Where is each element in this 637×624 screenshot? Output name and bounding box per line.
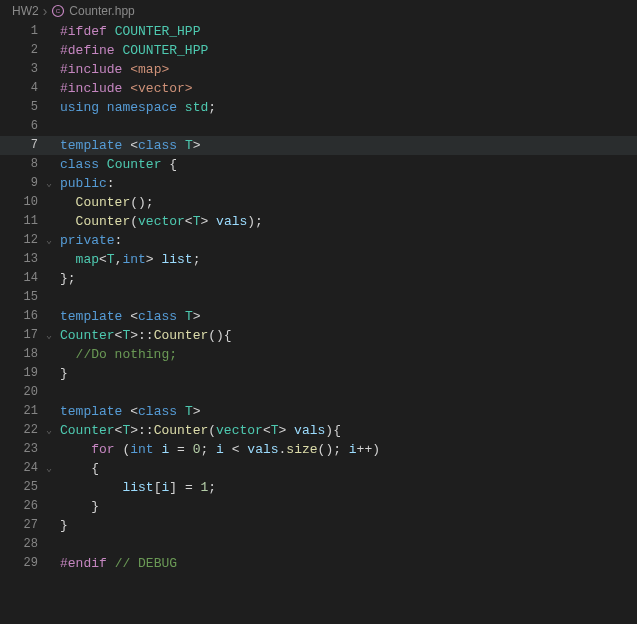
code-content[interactable] — [56, 383, 60, 402]
line-number[interactable]: 14 — [0, 269, 42, 288]
line-number[interactable]: 15 — [0, 288, 42, 307]
code-content[interactable]: Counter(); — [56, 193, 154, 212]
line-number[interactable]: 2 — [0, 41, 42, 60]
fold-icon[interactable]: ⌄ — [42, 174, 56, 193]
code-content[interactable]: } — [56, 364, 68, 383]
line-number[interactable]: 7 — [0, 136, 42, 155]
code-line[interactable]: 24⌄ { — [0, 459, 637, 478]
code-content[interactable]: public: — [56, 174, 115, 193]
code-content[interactable] — [56, 117, 60, 136]
code-line[interactable]: 27} — [0, 516, 637, 535]
line-number[interactable]: 12 — [0, 231, 42, 250]
code-content[interactable]: #ifdef COUNTER_HPP — [56, 22, 200, 41]
fold-icon — [42, 117, 56, 136]
line-number[interactable]: 23 — [0, 440, 42, 459]
code-line[interactable]: 10 Counter(); — [0, 193, 637, 212]
code-line[interactable]: 19} — [0, 364, 637, 383]
code-content[interactable]: template <class T> — [56, 136, 201, 155]
code-content[interactable]: list[i] = 1; — [56, 478, 216, 497]
code-line[interactable]: 4#include <vector> — [0, 79, 637, 98]
code-content[interactable]: Counter(vector<T> vals); — [56, 212, 263, 231]
code-line[interactable]: 16template <class T> — [0, 307, 637, 326]
line-number[interactable]: 11 — [0, 212, 42, 231]
line-number[interactable]: 27 — [0, 516, 42, 535]
code-content[interactable]: template <class T> — [56, 307, 201, 326]
svg-text:C: C — [56, 8, 61, 14]
code-content[interactable]: #endif // DEBUG — [56, 554, 177, 573]
line-number[interactable]: 21 — [0, 402, 42, 421]
code-content[interactable]: { — [56, 459, 99, 478]
fold-icon[interactable]: ⌄ — [42, 421, 56, 440]
line-number[interactable]: 10 — [0, 193, 42, 212]
code-line[interactable]: 25 list[i] = 1; — [0, 478, 637, 497]
code-content[interactable]: }; — [56, 269, 76, 288]
code-line[interactable]: 13 map<T,int> list; — [0, 250, 637, 269]
code-line[interactable]: 14}; — [0, 269, 637, 288]
code-content[interactable]: } — [56, 516, 68, 535]
line-number[interactable]: 1 — [0, 22, 42, 41]
code-line[interactable]: 5using namespace std; — [0, 98, 637, 117]
line-number[interactable]: 28 — [0, 535, 42, 554]
code-content[interactable]: #include <vector> — [56, 79, 193, 98]
code-content[interactable]: #include <map> — [56, 60, 169, 79]
code-line[interactable]: 1#ifdef COUNTER_HPP — [0, 22, 637, 41]
code-line[interactable]: 17⌄Counter<T>::Counter(){ — [0, 326, 637, 345]
code-content[interactable]: template <class T> — [56, 402, 201, 421]
line-number[interactable]: 26 — [0, 497, 42, 516]
line-number[interactable]: 6 — [0, 117, 42, 136]
line-number[interactable]: 9 — [0, 174, 42, 193]
line-number[interactable]: 8 — [0, 155, 42, 174]
code-line[interactable]: 20 — [0, 383, 637, 402]
fold-icon[interactable]: ⌄ — [42, 459, 56, 478]
code-line[interactable]: 22⌄Counter<T>::Counter(vector<T> vals){ — [0, 421, 637, 440]
code-line[interactable]: 18 //Do nothing; — [0, 345, 637, 364]
code-line[interactable]: 11 Counter(vector<T> vals); — [0, 212, 637, 231]
code-line[interactable]: 29#endif // DEBUG — [0, 554, 637, 573]
code-line[interactable]: 8class Counter { — [0, 155, 637, 174]
code-line[interactable]: 15 — [0, 288, 637, 307]
code-line[interactable]: 6 — [0, 117, 637, 136]
code-content[interactable]: class Counter { — [56, 155, 177, 174]
code-editor[interactable]: 1#ifdef COUNTER_HPP2#define COUNTER_HPP3… — [0, 22, 637, 573]
fold-icon — [42, 98, 56, 117]
code-content[interactable]: #define COUNTER_HPP — [56, 41, 208, 60]
line-number[interactable]: 18 — [0, 345, 42, 364]
line-number[interactable]: 19 — [0, 364, 42, 383]
line-number[interactable]: 25 — [0, 478, 42, 497]
code-line[interactable]: 9⌄public: — [0, 174, 637, 193]
breadcrumb-folder[interactable]: HW2 — [12, 4, 39, 18]
fold-icon[interactable]: ⌄ — [42, 231, 56, 250]
code-content[interactable]: //Do nothing; — [56, 345, 177, 364]
line-number[interactable]: 22 — [0, 421, 42, 440]
code-line[interactable]: 2#define COUNTER_HPP — [0, 41, 637, 60]
fold-icon[interactable]: ⌄ — [42, 326, 56, 345]
line-number[interactable]: 4 — [0, 79, 42, 98]
fold-icon — [42, 516, 56, 535]
code-line[interactable]: 21template <class T> — [0, 402, 637, 421]
code-content[interactable]: } — [56, 497, 99, 516]
line-number[interactable]: 5 — [0, 98, 42, 117]
code-content[interactable]: for (int i = 0; i < vals.size(); i++) — [56, 440, 380, 459]
line-number[interactable]: 13 — [0, 250, 42, 269]
code-content[interactable]: Counter<T>::Counter(vector<T> vals){ — [56, 421, 341, 440]
fold-icon — [42, 535, 56, 554]
code-line[interactable]: 3#include <map> — [0, 60, 637, 79]
code-content[interactable] — [56, 535, 60, 554]
code-content[interactable]: private: — [56, 231, 122, 250]
code-content[interactable]: using namespace std; — [56, 98, 216, 117]
line-number[interactable]: 20 — [0, 383, 42, 402]
breadcrumb-file[interactable]: C Counter.hpp — [51, 4, 134, 18]
line-number[interactable]: 16 — [0, 307, 42, 326]
code-line[interactable]: 26 } — [0, 497, 637, 516]
line-number[interactable]: 17 — [0, 326, 42, 345]
code-content[interactable]: Counter<T>::Counter(){ — [56, 326, 232, 345]
code-content[interactable]: map<T,int> list; — [56, 250, 201, 269]
code-line[interactable]: 28 — [0, 535, 637, 554]
line-number[interactable]: 29 — [0, 554, 42, 573]
code-line[interactable]: 12⌄private: — [0, 231, 637, 250]
line-number[interactable]: 24 — [0, 459, 42, 478]
code-line[interactable]: 23 for (int i = 0; i < vals.size(); i++) — [0, 440, 637, 459]
code-line[interactable]: 7template <class T> — [0, 136, 637, 155]
line-number[interactable]: 3 — [0, 60, 42, 79]
code-content[interactable] — [56, 288, 60, 307]
